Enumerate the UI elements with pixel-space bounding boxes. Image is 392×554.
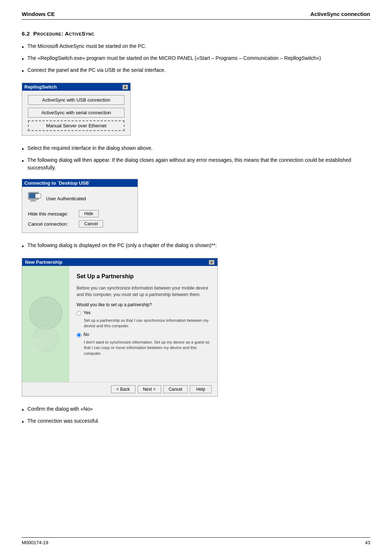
back-button[interactable]: < Back [111, 385, 135, 393]
list-item: The connection was successful. [22, 417, 370, 426]
footer-right: 43 [365, 540, 370, 545]
partnership-close-button[interactable]: × [209, 260, 215, 265]
repllog-usb-button[interactable]: ActiveSync with USB connection [28, 95, 124, 105]
svg-rect-2 [32, 200, 34, 201]
connecting-title: Connecting to `Desktop USB` [24, 180, 90, 186]
page-footer: M000174-19 43 [22, 537, 370, 545]
radio-yes-label: Yes [83, 310, 91, 315]
connecting-titlebar: Connecting to `Desktop USB` [22, 179, 138, 187]
bullet-list-4: Confirm the dialog with «No» The connect… [22, 405, 370, 426]
connecting-rows: Hide this message: Hide Cancel connectio… [28, 210, 132, 227]
radio-group: Yes Set up a partnership so that I can s… [77, 310, 210, 356]
repllog-serial-button[interactable]: ActiveSync with serial connection [28, 108, 124, 118]
partnership-content: Set Up a Partnership Before you can sync… [69, 266, 217, 382]
partnership-body: Set Up a Partnership Before you can sync… [22, 266, 217, 382]
header-left: Windows CE [22, 11, 55, 17]
footer-left: M000174-19 [22, 540, 48, 545]
hide-label: Hide this message: [28, 211, 75, 217]
svg-rect-3 [30, 201, 36, 201]
connecting-body: User Authenticated Hide this message: Hi… [22, 187, 138, 233]
bullet-list-1: The Microsoft ActiveSync must be started… [22, 42, 370, 75]
computer-icon [28, 192, 42, 205]
cancel-button[interactable]: Cancel [79, 220, 103, 227]
repllog-dialog: RepllogSwitch × ActiveSync with USB conn… [22, 83, 131, 136]
partnership-titlebar: New Partnership × [22, 258, 217, 266]
list-item: The «RepllogSwitch.exe» program must be … [22, 54, 370, 63]
list-item: The Microsoft ActiveSync must be started… [22, 42, 370, 52]
partnership-sidebar-graphic [26, 288, 66, 360]
connecting-dialog: Connecting to `Desktop USB` User Authent… [22, 179, 138, 233]
repllog-title: RepllogSwitch [24, 84, 57, 90]
user-authenticated-row: User Authenticated [28, 192, 132, 205]
repllog-button-group: ActiveSync with USB connection ActiveSyn… [22, 91, 130, 135]
cancel-label: Cancel connection: [28, 221, 75, 227]
list-item: The following dialog is displayed on the… [22, 242, 370, 251]
page-header: Windows CE ActiveSync connection [22, 11, 370, 20]
radio-no-desc: I don't want to synchronize information.… [84, 340, 210, 356]
repllog-ethernet-button[interactable]: Manual Server over Ethernet [28, 120, 124, 131]
list-item: Confirm the dialog with «No» [22, 405, 370, 414]
partnership-dialog: New Partnership × Set Up a Partnership B… [22, 258, 218, 397]
cancel-partnership-button[interactable]: Cancel [163, 385, 188, 393]
help-button[interactable]: Help [190, 385, 212, 393]
bullet-list-3: The following dialog is displayed on the… [22, 242, 370, 251]
list-item: Connect the panel and the PC via USB or … [22, 66, 370, 75]
repllog-close-button[interactable]: × [122, 85, 128, 90]
svg-rect-6 [37, 198, 38, 199]
list-item: The following dialog will then appear. I… [22, 156, 370, 172]
radio-no-label: No [83, 332, 89, 337]
partnership-footer: < Back Next > Cancel Help [22, 382, 217, 396]
header-right: ActiveSync connection [310, 11, 370, 17]
svg-point-7 [29, 297, 62, 329]
section-title: 6.2 Procedure: ActiveSync [22, 30, 370, 37]
repllog-titlebar: RepllogSwitch × [22, 83, 130, 91]
list-item: Select the required interface in the dia… [22, 144, 370, 153]
partnership-main-title: Set Up a Partnership [77, 273, 210, 280]
radio-yes[interactable] [77, 311, 81, 316]
hide-message-row: Hide this message: Hide [28, 210, 132, 217]
radio-yes-desc: Set up a partnership so that I can synch… [84, 318, 210, 329]
partnership-question: Would you like to set up a partnership? [77, 302, 210, 307]
partnership-title: New Partnership [25, 259, 62, 265]
user-authenticated-text: User Authenticated [46, 196, 86, 201]
partnership-text1: Before you can synchronize information b… [77, 285, 210, 298]
hide-button[interactable]: Hide [79, 210, 99, 217]
radio-yes-item: Yes [77, 310, 210, 316]
cancel-connection-row: Cancel connection: Cancel [28, 220, 132, 227]
next-button[interactable]: Next > [138, 385, 161, 393]
radio-no[interactable] [77, 333, 81, 337]
svg-point-9 [28, 337, 46, 355]
partnership-sidebar [22, 266, 69, 382]
svg-rect-5 [36, 194, 41, 198]
bullet-list-2: Select the required interface in the dia… [22, 144, 370, 172]
radio-no-item: No [77, 332, 210, 337]
